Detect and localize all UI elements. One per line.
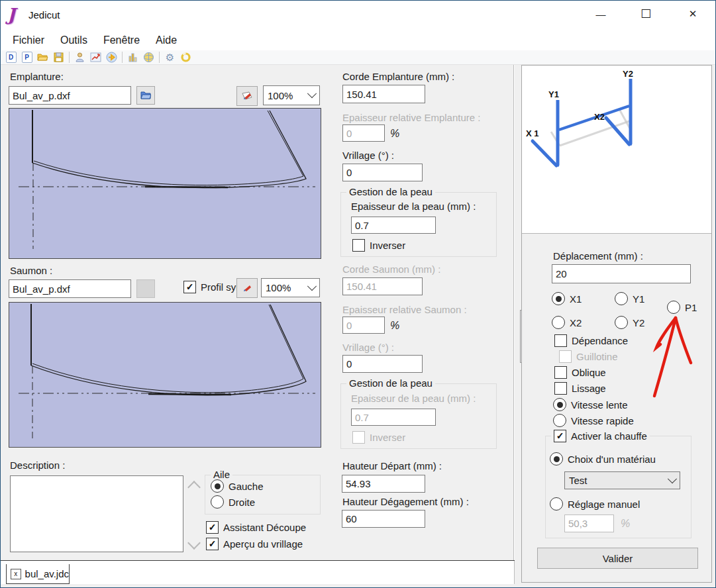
- chevron-down-icon: [307, 281, 317, 291]
- tab-close-icon[interactable]: x: [11, 569, 21, 579]
- axis-y1-radio[interactable]: [615, 292, 628, 305]
- epaisseur-relative-emplanture-input[interactable]: 0: [342, 124, 385, 142]
- inverser-emplanture-checkbox[interactable]: [352, 239, 365, 252]
- vitesse-rapide-row: Vitesse rapide: [553, 414, 634, 427]
- axis-y2-label: Y2: [633, 317, 644, 328]
- vrillage-saumon-input[interactable]: 0: [342, 355, 423, 373]
- menu-bar: Fichier Outils Fenêtre Aide: [1, 30, 715, 50]
- epaisseur-peau-saumon-label: Epaisseur de la peau (mm) :: [351, 393, 476, 404]
- pen-paper-icon: [241, 91, 253, 101]
- toolbar-separator: [69, 52, 70, 63]
- settings-gear-icon[interactable]: ⚙: [164, 52, 176, 63]
- saumon-file-input[interactable]: Bul_av_p.dxf: [9, 279, 131, 298]
- description-textarea[interactable]: [10, 475, 183, 552]
- activer-chauffe-checkbox[interactable]: [554, 430, 566, 442]
- axis-y1-label: Y1: [633, 293, 644, 305]
- menu-fichier[interactable]: Fichier: [6, 32, 51, 48]
- axis-y2-radio[interactable]: [615, 316, 628, 329]
- reglage-manuel-label: Réglage manuel: [568, 499, 640, 510]
- open-emplanture-button[interactable]: [136, 86, 155, 105]
- aile-gauche-radio[interactable]: [211, 479, 224, 493]
- toolbar: D P ⚙: [1, 50, 715, 65]
- choix-materiau-radio[interactable]: [550, 452, 563, 466]
- profil-symetrique-checkbox[interactable]: [183, 281, 196, 293]
- guillotine-label: Guillotine: [576, 351, 618, 362]
- reglage-manuel-input: 50,3: [564, 514, 614, 532]
- graph-trace-icon[interactable]: [90, 52, 101, 63]
- emplanture-profile-preview[interactable]: [9, 108, 321, 259]
- epaisseur-relative-saumon-unit: %: [390, 320, 399, 332]
- edit-emplanture-button[interactable]: [236, 86, 258, 106]
- valider-button[interactable]: Valider: [537, 548, 698, 569]
- bar-chart-icon[interactable]: [127, 52, 138, 63]
- guillotine-row: Guillotine: [559, 350, 618, 363]
- assistant-decoupe-label: Assistant Découpe: [223, 522, 306, 533]
- diagram-y1-label: Y1: [548, 89, 559, 99]
- hauteur-degagement-label: Hauteur Dégagement (mm) :: [342, 496, 469, 507]
- menu-aide[interactable]: Aide: [149, 32, 183, 48]
- maximize-button[interactable]: ☐: [631, 1, 661, 27]
- saumon-zoom-select[interactable]: 100%: [261, 278, 320, 297]
- hauteur-degagement-input[interactable]: 60: [342, 510, 425, 528]
- epaisseur-peau-emplanture-input[interactable]: 0.7: [351, 217, 436, 234]
- saumon-profile-preview[interactable]: [9, 302, 321, 448]
- document-tab[interactable]: x bul_av.jdc: [6, 564, 70, 584]
- refresh-ring-icon[interactable]: [180, 52, 191, 63]
- axis-x2-radio[interactable]: [552, 316, 565, 329]
- emplanture-file-input[interactable]: Bul_av_p.dxf: [9, 86, 131, 105]
- corde-saumon-label: Corde Saumon (mm) :: [342, 264, 440, 275]
- title-bar: J Jedicut — ☐ ✕: [1, 1, 715, 30]
- wizard-person-icon[interactable]: [74, 52, 85, 63]
- emplanture-label: Emplanture:: [10, 71, 64, 82]
- oblique-checkbox[interactable]: [554, 366, 567, 379]
- lissage-label: Lissage: [572, 383, 606, 394]
- oblique-label: Oblique: [572, 367, 606, 378]
- apercu-vrillage-checkbox[interactable]: [206, 538, 219, 550]
- axis-p1-radio[interactable]: [667, 301, 680, 314]
- open-folder-icon[interactable]: [37, 52, 48, 63]
- lissage-checkbox[interactable]: [554, 382, 567, 395]
- aile-gauche-label: Gauche: [229, 481, 264, 492]
- epaisseur-relative-saumon-input[interactable]: 0: [342, 317, 385, 334]
- minimize-button[interactable]: —: [586, 1, 616, 27]
- inverser-saumon-row: Inverser: [352, 431, 405, 444]
- epaisseur-relative-saumon-label: Epaisseur relative Saumon :: [342, 304, 467, 315]
- menu-outils[interactable]: Outils: [54, 32, 94, 48]
- new-project-icon[interactable]: P: [21, 52, 32, 63]
- pen-paper-icon: [241, 283, 253, 293]
- axis-x1-radio[interactable]: [552, 292, 565, 305]
- vitesse-rapide-radio[interactable]: [553, 414, 566, 427]
- vitesse-lente-row: Vitesse lente: [553, 398, 628, 411]
- aile-droite-radio[interactable]: [211, 495, 224, 509]
- panel-divider: [513, 65, 515, 583]
- epaisseur-peau-emplanture-label: Epaisseur de la peau (mm) :: [351, 201, 476, 212]
- axis-x2-label: X2: [570, 317, 582, 328]
- new-dxf-icon[interactable]: D: [5, 52, 17, 63]
- dependance-checkbox[interactable]: [554, 334, 567, 347]
- world-globe-icon[interactable]: [143, 52, 154, 63]
- deplacement-input[interactable]: 20: [552, 264, 691, 283]
- assistant-decoupe-checkbox[interactable]: [206, 521, 219, 534]
- gestion-peau-emplanture-groupbox: Gestion de la peau Epaisseur de la peau …: [340, 192, 497, 257]
- reglage-manuel-unit: %: [621, 518, 630, 530]
- vitesse-lente-radio[interactable]: [553, 398, 566, 411]
- aile-droite-row: Droite: [211, 495, 255, 509]
- corde-saumon-input[interactable]: 150.41: [342, 277, 423, 295]
- close-button[interactable]: ✕: [678, 1, 708, 27]
- description-label: Description :: [10, 460, 65, 471]
- run-arrow-icon[interactable]: [106, 52, 117, 63]
- edit-saumon-button[interactable]: [236, 278, 258, 298]
- status-strip: [1, 584, 515, 588]
- corde-emplanture-input[interactable]: 150.41: [342, 85, 425, 103]
- save-floppy-icon[interactable]: [53, 52, 64, 63]
- vrillage-emplanture-input[interactable]: 0: [342, 164, 423, 181]
- toolbar-separator: [159, 52, 160, 63]
- oblique-row: Oblique: [554, 366, 606, 379]
- epaisseur-relative-emplanture-label: Epaisseur relative Emplanture :: [342, 112, 480, 123]
- materiau-select[interactable]: Test: [564, 471, 680, 489]
- epaisseur-peau-saumon-input[interactable]: 0.7: [351, 409, 436, 426]
- emplanture-zoom-select[interactable]: 100%: [263, 85, 320, 105]
- reglage-manuel-radio[interactable]: [550, 497, 563, 511]
- menu-fenetre[interactable]: Fenêtre: [97, 32, 146, 48]
- hauteur-depart-input[interactable]: 54.93: [342, 475, 425, 493]
